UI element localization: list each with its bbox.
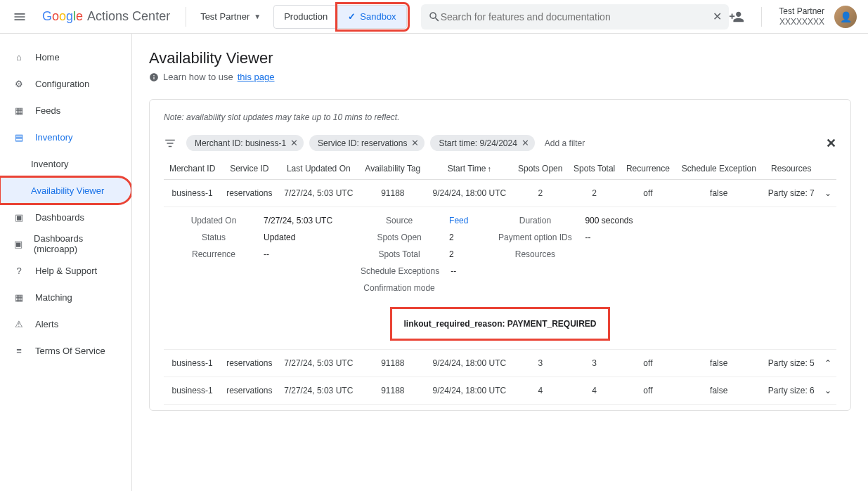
detail-value: 900 seconds: [585, 216, 633, 225]
col-merchant[interactable]: Merchant ID: [164, 158, 221, 180]
cell-open: 4: [512, 377, 568, 405]
clear-search-icon[interactable]: ✕: [713, 10, 722, 23]
product-name: Actions Center: [87, 9, 170, 24]
detail-label: Resources: [496, 249, 574, 259]
chip-remove-icon[interactable]: ✕: [290, 138, 298, 148]
help-link[interactable]: this page: [238, 72, 275, 82]
nav-matching[interactable]: ▦Matching: [0, 284, 131, 310]
nav-label: Availability Viewer: [31, 185, 104, 196]
detail-value: --: [451, 266, 456, 276]
col-expand: [820, 158, 836, 180]
col-start-label: Start Time: [448, 164, 486, 174]
add-filter-button[interactable]: Add a filter: [545, 138, 585, 148]
nav-dashboards[interactable]: ▣Dashboards: [0, 204, 131, 230]
search-input[interactable]: [441, 11, 713, 22]
nav-alerts[interactable]: ⚠Alerts: [0, 310, 131, 337]
detail-label: Source: [361, 216, 438, 225]
person-add-icon[interactable]: [729, 9, 744, 25]
nav-home[interactable]: ⌂Home: [0, 44, 131, 70]
detail-value: 7/27/24, 5:03 UTC: [264, 216, 332, 225]
cell-service: reservations: [221, 350, 278, 377]
col-recurrence[interactable]: Recurrence: [621, 158, 675, 180]
nav-inventory[interactable]: ▤Inventory: [0, 124, 131, 150]
nav-label: Matching: [35, 292, 72, 303]
filter-chip-service[interactable]: Service ID: reservations✕: [309, 135, 425, 151]
expand-row-icon[interactable]: ⌄: [820, 180, 836, 207]
cell-resources: Party size: 7: [763, 180, 820, 207]
detail-label: Spots Total: [361, 249, 438, 259]
gear-icon: ⚙: [13, 79, 25, 89]
table-row[interactable]: business-1 reservations 7/27/24, 5:03 UT…: [164, 377, 836, 405]
filter-icon[interactable]: [164, 137, 176, 150]
cell-updated: 7/27/24, 5:03 UTC: [278, 377, 359, 405]
nav-inventory-sub[interactable]: Inventory: [0, 150, 131, 177]
col-tag[interactable]: Availability Tag: [359, 158, 427, 180]
cell-total: 4: [568, 377, 621, 405]
detail-source-link[interactable]: Feed: [449, 216, 468, 225]
note-text: Note: availability slot updates may take…: [164, 112, 836, 122]
filter-svg: [164, 137, 176, 150]
table-row[interactable]: business-1 reservations 7/27/24, 5:03 UT…: [164, 350, 836, 377]
tab-sandbox[interactable]: ✓ Sandbox: [338, 5, 406, 29]
cell-exception: false: [675, 377, 763, 405]
nav-label: Feeds: [35, 105, 60, 116]
clear-filters-icon[interactable]: ✕: [826, 136, 836, 151]
chip-remove-icon[interactable]: ✕: [411, 138, 419, 148]
dashboard-icon: ▣: [13, 212, 25, 223]
nav-help[interactable]: ?Help & Support: [0, 257, 131, 284]
grid-icon: ▦: [13, 105, 25, 116]
col-updated[interactable]: Last Updated On: [278, 158, 359, 180]
dashboard-icon: ▣: [13, 239, 24, 249]
content-area: Availability Viewer Learn how to use thi…: [132, 34, 868, 491]
partner-dropdown[interactable]: Test Partner ▼: [193, 7, 268, 26]
nav-dashboards-micro[interactable]: ▣Dashboards (microapp): [0, 230, 131, 257]
avatar[interactable]: 👤: [834, 6, 857, 28]
detail-value: Updated: [264, 233, 295, 242]
cell-recurrence: off: [621, 350, 675, 377]
nav-availability-viewer[interactable]: Availability Viewer: [0, 177, 131, 204]
cell-open: 3: [512, 350, 568, 377]
table-row[interactable]: business-1 reservations 7/27/24, 5:03 UT…: [164, 180, 836, 207]
cell-total: 2: [568, 180, 621, 207]
home-icon: ⌂: [13, 52, 25, 63]
expand-row-icon[interactable]: ⌄: [820, 377, 836, 405]
cell-merchant: business-1: [164, 180, 221, 207]
col-total[interactable]: Spots Total: [568, 158, 621, 180]
col-exception[interactable]: Schedule Exception: [675, 158, 763, 180]
nav-tos[interactable]: ≡Terms Of Service: [0, 337, 131, 364]
detail-value: --: [264, 249, 269, 259]
app-header: Google Actions Center Test Partner ▼ Pro…: [0, 0, 868, 34]
collapse-row-icon[interactable]: ⌃: [820, 350, 836, 377]
availability-table: Merchant ID Service ID Last Updated On A…: [164, 158, 836, 405]
availability-card: Note: availability slot updates may take…: [149, 99, 851, 411]
account-text: Test Partner XXXXXXXX: [779, 6, 824, 27]
menu-icon: [13, 10, 27, 24]
logo-area: Google Actions Center: [34, 9, 179, 24]
info-icon: [149, 72, 159, 82]
col-resources[interactable]: Resources: [763, 158, 820, 180]
chip-label: Merchant ID: business-1: [195, 138, 286, 148]
chip-remove-icon[interactable]: ✕: [522, 138, 529, 148]
nav-feeds[interactable]: ▦Feeds: [0, 97, 131, 124]
cell-exception: false: [675, 350, 763, 377]
col-start[interactable]: Start Time↑: [427, 158, 513, 180]
caret-down-icon: ▼: [254, 13, 261, 20]
tab-production[interactable]: Production: [273, 5, 338, 29]
search-bar[interactable]: ✕: [421, 4, 730, 30]
nav-label: Home: [35, 52, 60, 63]
detail-label: Schedule Exceptions: [361, 266, 439, 276]
detail-value: --: [585, 233, 590, 242]
detail-value: 2: [449, 233, 454, 242]
cell-merchant: business-1: [164, 377, 221, 405]
hamburger-menu[interactable]: [6, 3, 34, 31]
filter-chip-start[interactable]: Start time: 9/24/2024✕: [430, 135, 534, 151]
filter-chip-merchant[interactable]: Merchant ID: business-1✕: [186, 135, 304, 151]
col-service[interactable]: Service ID: [221, 158, 278, 180]
cell-start: 9/24/24, 18:00 UTC: [427, 377, 513, 405]
alert-icon: ⚠: [13, 319, 25, 329]
nav-configuration[interactable]: ⚙Configuration: [0, 70, 131, 97]
account-name: Test Partner: [779, 6, 824, 16]
cell-service: reservations: [221, 180, 278, 207]
cell-service: reservations: [221, 377, 278, 405]
col-open[interactable]: Spots Open: [512, 158, 568, 180]
